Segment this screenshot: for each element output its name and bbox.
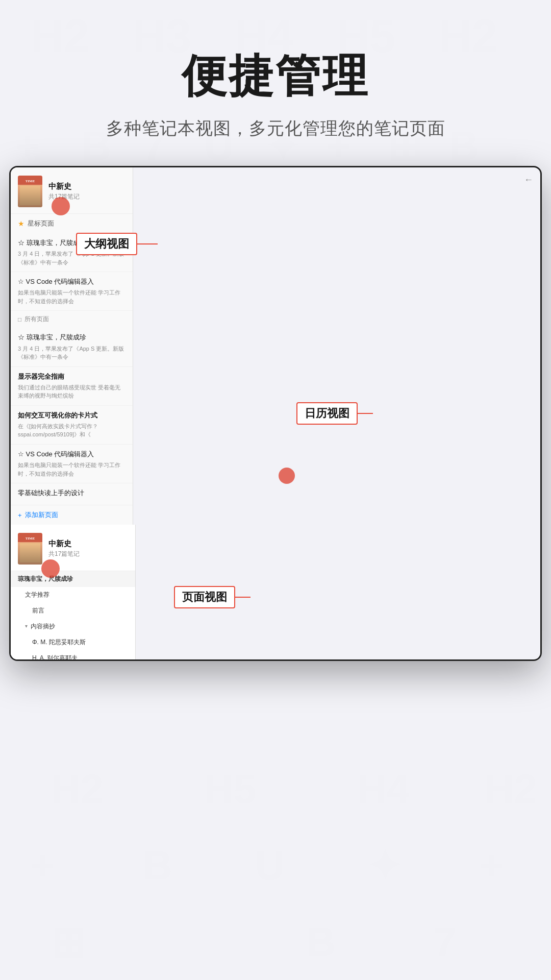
touch-indicator-1 [52, 197, 70, 215]
label-box-outline: 大纲视图 [76, 233, 137, 255]
touch-indicator-2 [41, 559, 60, 578]
list-item[interactable]: 零基础快读上手的设计 [11, 483, 133, 505]
outline-item[interactable]: Φ. M. 陀思妥耶夫斯 [11, 634, 135, 650]
star-icon: ★ [18, 219, 24, 228]
label-box-calendar: 日历视图 [296, 402, 358, 425]
add-page-btn[interactable]: + 添加新页面 [11, 505, 133, 525]
note-title: 如何交互可视化你的卡片式 [18, 411, 126, 420]
list-item[interactable]: 显示器完全指南 我们通过自己的眼睛感受现实世 受着毫无束缚的视野与绚烂缤纷 [11, 367, 133, 406]
screenshots-wrapper: TIME 中新史 共17篇笔记 ★ 星标页面 ☆ 琼瑰非宝，尺牍成珍 3 月 [11, 167, 540, 659]
sub-title: 多种笔记本视图，多元化管理您的笔记页面 [0, 117, 551, 140]
expand-arrow: ▾ [25, 623, 28, 629]
svg-rect-7 [20, 543, 40, 562]
note-title: 零基础快读上手的设计 [18, 488, 126, 498]
note-preview: 如果当电脑只能装一个软件还能 学习工作时，不知道你的选择会 [18, 288, 126, 305]
label-line-page [235, 597, 251, 598]
list-item[interactable]: ☆ VS Code 代码编辑器入 如果当电脑只能装一个软件还能 学习工作时，不知… [11, 272, 133, 311]
all-pages-label: 所有页面 [24, 315, 49, 324]
outline-view-label: 大纲视图 [76, 233, 158, 255]
label-line-outline [137, 243, 158, 244]
outline-item[interactable]: 琼瑰非宝，尺牍成珍 [11, 571, 135, 587]
outline-item[interactable]: H. A. 别尔嘉耶夫 [11, 650, 135, 661]
calendar-view-label: 日历视图 [296, 402, 373, 425]
section-header: □ 所有页面 [11, 311, 133, 328]
notebook-name-2: 中新史 [48, 539, 128, 549]
note-preview: 我们通过自己的眼睛感受现实世 受着毫无束缚的视野与绚烂缤纷 [18, 383, 126, 400]
label-box-page: 页面视图 [174, 586, 235, 608]
starred-text: 星标页面 [28, 219, 54, 228]
note-preview: 3 月 4 日，苹果发布了《App S 更新。新版《标准》中有一条令 [18, 345, 126, 361]
outline-item[interactable]: 文学推荐 [11, 587, 135, 603]
header-section: 便捷管理 多种笔记本视图，多元化管理您的笔记页面 [0, 0, 551, 161]
note-preview: 如果当电脑只能装一个软件还能 学习工作时，不知道你的选择会 [18, 461, 126, 478]
note-title: ☆ VS Code 代码编辑器入 [18, 450, 126, 459]
panel-list: TIME 中新史 共17篇笔记 ★ 星标页面 ☆ 琼瑰非宝，尺牍成珍 3 月 [11, 167, 133, 525]
main-title: 便捷管理 [0, 46, 551, 107]
notebook-header-2: TIME 中新史 共17篇笔记 [11, 525, 135, 571]
outline-text: Φ. M. 陀思妥耶夫斯 [32, 638, 86, 647]
label-line-calendar [358, 413, 373, 414]
list-item[interactable]: 如何交互可视化你的卡片式 在《[如何高效实践卡片式写作？ sspai.com/p… [11, 406, 133, 445]
outline-text: 文学推荐 [25, 591, 49, 599]
svg-rect-3 [20, 186, 40, 205]
outline-text: 内容摘抄 [31, 622, 55, 631]
doc-icon: □ [18, 316, 21, 323]
notebook-info-2: 中新史 共17篇笔记 [48, 539, 128, 558]
notebook-count-2: 共17篇笔记 [48, 550, 128, 558]
note-title: ☆ 琼瑰非宝，尺牍成珍 [18, 333, 126, 342]
svg-text:TIME: TIME [26, 536, 35, 541]
svg-text:TIME: TIME [26, 179, 35, 183]
list-item[interactable]: ☆ 琼瑰非宝，尺牍成珍 3 月 4 日，苹果发布了《App S 更新。新版《标准… [11, 328, 133, 366]
outline-item[interactable]: ▾ 内容摘抄 [11, 619, 135, 634]
notebook-cover-2: TIME [18, 533, 42, 565]
outline-item[interactable]: 前言 [11, 603, 135, 619]
note-title: ☆ VS Code 代码编辑器入 [18, 277, 126, 286]
note-preview: 在《[如何高效实践卡片式写作？ sspai.com/post/59109]》和《 [18, 422, 126, 439]
panel-outline: TIME 中新史 共17篇笔记 琼瑰非宝，尺牍成珍 文学推荐 前言 [11, 525, 136, 661]
note-title: 显示器完全指南 [18, 372, 126, 381]
add-page-label: 添加新页面 [25, 510, 58, 520]
notebook-header-1: TIME 中新史 共17篇笔记 [11, 167, 133, 214]
page-view-label: 页面视图 [174, 586, 251, 608]
notebook-name-1: 中新史 [48, 182, 126, 191]
starred-label: ★ 星标页面 [11, 214, 133, 233]
outline-text: 前言 [32, 606, 44, 615]
plus-icon: + [18, 511, 22, 519]
outline-text: H. A. 别尔嘉耶夫 [32, 654, 78, 661]
demo-area: TIME 中新史 共17篇笔记 ★ 星标页面 ☆ 琼瑰非宝，尺牍成珍 3 月 [9, 166, 542, 661]
notebook-cover-1: TIME [18, 176, 42, 207]
list-item[interactable]: ☆ VS Code 代码编辑器入 如果当电脑只能装一个软件还能 学习工作时，不知… [11, 445, 133, 483]
